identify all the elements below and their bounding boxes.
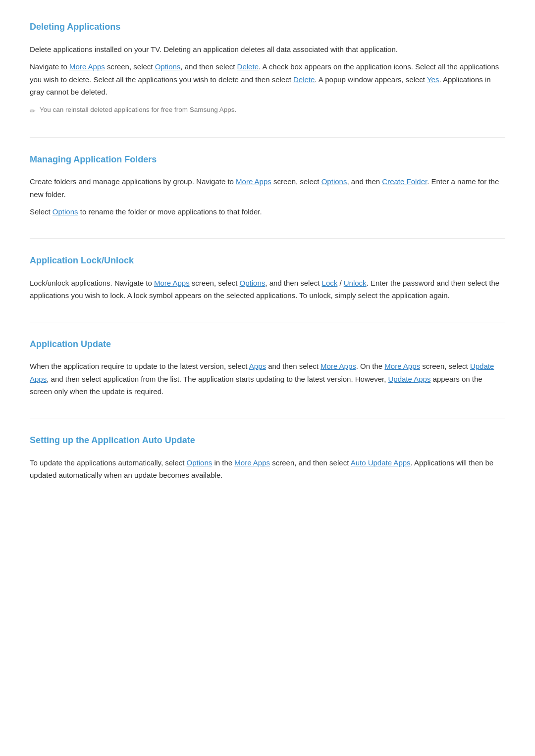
inline-link[interactable]: Unlock [344, 279, 367, 287]
section-title-setting-up-auto-update: Setting up the Application Auto Update [30, 433, 505, 450]
inline-link[interactable]: Apps [249, 362, 266, 370]
inline-link[interactable]: More Apps [154, 279, 190, 287]
inline-link[interactable]: Options [321, 177, 347, 186]
section-deleting-applications: Deleting ApplicationsDelete applications… [30, 20, 505, 117]
inline-link[interactable]: Options [187, 458, 213, 467]
paragraph: To update the applications automatically… [30, 456, 505, 482]
section-title-application-lock-unlock: Application Lock/Unlock [30, 253, 505, 270]
paragraph: Create folders and manage applications b… [30, 175, 505, 201]
paragraph: Lock/unlock applications. Navigate to Mo… [30, 277, 505, 302]
inline-link[interactable]: More Apps [384, 362, 420, 370]
section-setting-up-auto-update: Setting up the Application Auto UpdateTo… [30, 433, 505, 482]
inline-link[interactable]: More Apps [234, 458, 270, 467]
inline-link[interactable]: More Apps [321, 362, 356, 370]
note-text: You can reinstall deleted applications f… [40, 104, 236, 116]
section-body-application-lock-unlock: Lock/unlock applications. Navigate to Mo… [30, 277, 505, 302]
section-body-application-update: When the application require to update t… [30, 360, 505, 398]
paragraph: Select Options to rename the folder or m… [30, 205, 505, 218]
inline-link[interactable]: Auto Update Apps [351, 458, 411, 467]
inline-link[interactable]: Update Apps [388, 375, 430, 383]
paragraph: When the application require to update t… [30, 360, 505, 398]
section-divider [30, 418, 505, 418]
section-title-deleting-applications: Deleting Applications [30, 20, 505, 36]
paragraph: Delete applications installed on your TV… [30, 43, 505, 56]
inline-link[interactable]: Options [155, 62, 181, 71]
inline-link[interactable]: More Apps [69, 62, 105, 71]
section-title-application-update: Application Update [30, 337, 505, 353]
inline-link[interactable]: Yes [427, 75, 439, 84]
inline-link[interactable]: Create Folder [382, 177, 427, 186]
paragraph: Navigate to More Apps screen, select Opt… [30, 60, 505, 99]
inline-link[interactable]: Options [240, 279, 266, 287]
section-divider [30, 137, 505, 138]
note: ✏You can reinstall deleted applications … [30, 104, 505, 117]
pencil-icon: ✏ [30, 105, 36, 117]
section-application-update: Application UpdateWhen the application r… [30, 337, 505, 398]
inline-link[interactable]: Delete [237, 62, 259, 71]
section-managing-application-folders: Managing Application FoldersCreate folde… [30, 152, 505, 218]
inline-link[interactable]: Options [53, 207, 78, 216]
inline-link[interactable]: Delete [293, 75, 315, 84]
inline-link[interactable]: More Apps [236, 177, 271, 186]
section-application-lock-unlock: Application Lock/UnlockLock/unlock appli… [30, 253, 505, 302]
section-body-deleting-applications: Delete applications installed on your TV… [30, 43, 505, 117]
section-title-managing-application-folders: Managing Application Folders [30, 152, 505, 169]
section-body-setting-up-auto-update: To update the applications automatically… [30, 456, 505, 482]
inline-link[interactable]: Lock [322, 279, 338, 287]
section-body-managing-application-folders: Create folders and manage applications b… [30, 175, 505, 218]
main-content: Deleting ApplicationsDelete applications… [30, 20, 505, 482]
section-divider [30, 322, 505, 322]
section-divider [30, 238, 505, 239]
